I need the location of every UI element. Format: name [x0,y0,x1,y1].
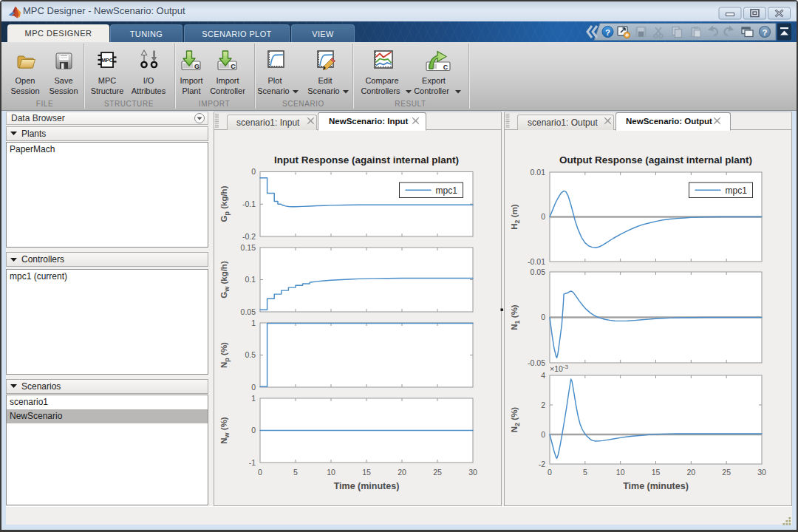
svg-text:N1 (%): N1 (%) [510,304,521,330]
svg-text:Output Response (against inter: Output Response (against internal plant) [559,154,752,166]
svg-text:5: 5 [583,468,587,477]
svg-text:N2 (%): N2 (%) [510,407,521,433]
svg-text:20: 20 [686,468,695,477]
svg-text:MPC: MPC [101,58,113,63]
svg-text:0.05: 0.05 [531,267,546,276]
svg-text:0: 0 [541,212,545,221]
svg-text:0.05: 0.05 [241,307,256,316]
svg-text:?: ? [762,28,767,37]
svg-text:?: ? [605,28,610,37]
svg-text:-0.1: -0.1 [242,200,256,208]
svg-text:Np (%): Np (%) [219,342,231,368]
svg-text:20: 20 [398,468,406,477]
svg-text:C: C [231,63,236,70]
svg-text:Time (minutes): Time (minutes) [334,481,400,491]
svg-text:1: 1 [251,394,256,403]
svg-text:-1: -1 [249,458,256,467]
svg-text:-0.05: -0.05 [528,358,545,367]
svg-text:0.5: 0.5 [245,350,256,359]
svg-text:30: 30 [757,468,766,477]
svg-text:C: C [443,64,449,71]
svg-text:0: 0 [541,430,545,439]
svg-text:Input Response (against intern: Input Response (against internal plant) [274,154,459,166]
svg-text:15: 15 [362,468,371,477]
svg-text:30: 30 [468,468,477,477]
svg-text:5: 5 [293,468,298,477]
svg-text:25: 25 [433,468,442,477]
svg-text:25: 25 [722,468,731,477]
svg-text:-0.2: -0.2 [242,232,256,241]
svg-text:0: 0 [251,383,256,392]
svg-text:0: 0 [251,426,256,434]
svg-text:-0.01: -0.01 [528,257,545,266]
svg-text:Nw (%): Nw (%) [219,417,231,444]
svg-text:0.01: 0.01 [531,168,546,177]
svg-text:0: 0 [251,167,256,176]
svg-text:2: 2 [541,400,545,409]
svg-text:mpc1: mpc1 [436,185,458,196]
svg-text:×10-3: ×10-3 [550,364,568,373]
svg-text:mpc1: mpc1 [726,185,748,196]
svg-text:4: 4 [541,371,545,380]
svg-text:0: 0 [548,468,552,477]
svg-text:H2 (m): H2 (m) [510,204,521,230]
svg-text:15: 15 [652,468,661,477]
svg-text:0.1: 0.1 [245,275,256,284]
svg-text:10: 10 [616,468,625,477]
svg-text:10: 10 [327,468,335,477]
svg-text:Gw (kg/h): Gw (kg/h) [219,261,231,299]
svg-text:1: 1 [251,318,256,327]
svg-text:0.15: 0.15 [241,243,256,252]
svg-text:Time (minutes): Time (minutes) [623,481,689,491]
svg-text:G: G [194,63,200,70]
svg-text:0: 0 [258,468,262,477]
svg-text:0: 0 [541,313,545,321]
svg-text:-2: -2 [539,460,545,468]
svg-text:Gp (kg/h): Gp (kg/h) [219,185,231,222]
